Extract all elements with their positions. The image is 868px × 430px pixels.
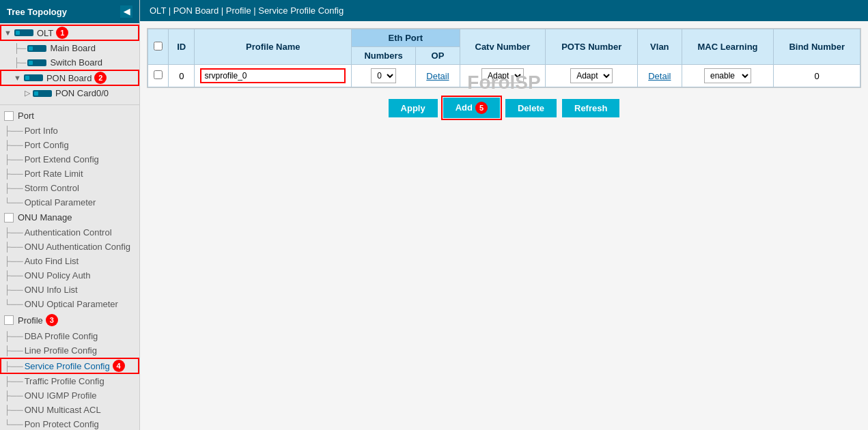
- connector-icon2: ├─: [14, 57, 26, 68]
- pots-number-select[interactable]: Adapt 0 1 2: [570, 68, 613, 83]
- onu-multicast-acl-item[interactable]: ├── ONU Multicast ACL: [0, 403, 139, 417]
- onu-policy-auth-item[interactable]: ├── ONU Policy Auth: [0, 268, 139, 283]
- eth-numbers-select[interactable]: 0 1 2 4: [371, 68, 396, 83]
- pon-card-label: PON Card0/0: [55, 88, 109, 98]
- mac-learning-header: MAC Learning: [682, 29, 774, 65]
- table-row: 0 0 1 2 4: [148, 65, 860, 87]
- profile-name-header: Profile Name: [195, 29, 352, 65]
- table-container: ID Profile Name Eth Port Catv Number POT…: [147, 28, 861, 88]
- row-vlan: Detail: [638, 65, 682, 87]
- bind-number-header: Bind Number: [774, 29, 860, 65]
- pon-board-label: PON Board: [46, 73, 92, 83]
- row-pots-number: Adapt 0 1 2: [546, 65, 638, 87]
- port-config-item[interactable]: ├── Port Config: [0, 138, 139, 152]
- main-content: OLT | PON Board | Profile | Service Prof…: [140, 0, 868, 430]
- service-profile-config-label: Service Profile Config: [25, 361, 110, 371]
- profile-name-input[interactable]: [200, 68, 346, 83]
- eth-op-detail-link[interactable]: Detail: [426, 71, 449, 81]
- badge-4: 4: [113, 360, 125, 372]
- olt-item[interactable]: ▼ OLT 1: [0, 25, 139, 41]
- olt-label: OLT: [37, 28, 53, 38]
- content-wrapper: ID Profile Name Eth Port Catv Number POT…: [147, 28, 861, 128]
- port-section[interactable]: Port: [0, 108, 139, 124]
- sidebar-header: Tree Topology ◀: [0, 0, 139, 23]
- row-mac-learning: enable disable: [682, 65, 774, 87]
- onu-info-list-item[interactable]: ├── ONU Info List: [0, 283, 139, 297]
- pon-board-item[interactable]: ▼ PON Board 2: [0, 70, 139, 86]
- breadcrumb: OLT | PON Board | Profile | Service Prof…: [150, 5, 344, 16]
- profile-section-label: Profile: [18, 315, 43, 326]
- dba-profile-config-item[interactable]: ├── DBA Profile Config: [0, 329, 139, 343]
- add-button[interactable]: Add5: [443, 98, 500, 118]
- traffic-profile-config-item[interactable]: ├── Traffic Profile Config: [0, 374, 139, 388]
- eth-numbers-header: Numbers: [352, 47, 416, 65]
- line-profile-config-item[interactable]: ├── Line Profile Config: [0, 343, 139, 358]
- sidebar-title: Tree Topology: [7, 7, 67, 17]
- select-all-header: [148, 29, 169, 65]
- connector-icon: ├─: [14, 43, 26, 53]
- content-area: ID Profile Name Eth Port Catv Number POT…: [140, 21, 868, 430]
- apply-button[interactable]: Apply: [389, 99, 438, 117]
- delete-button[interactable]: Delete: [505, 99, 557, 117]
- onu-manage-label: ONU Manage: [18, 212, 72, 223]
- mac-learning-select[interactable]: enable disable: [704, 68, 751, 83]
- row-eth-op: Detail: [416, 65, 460, 87]
- main-board-item[interactable]: ├─ Main Board: [0, 41, 139, 55]
- profile-table: ID Profile Name Eth Port Catv Number POT…: [148, 29, 860, 87]
- profile-checkbox[interactable]: [4, 315, 14, 325]
- switch-board-label: Switch Board: [50, 57, 102, 68]
- port-rate-limit-item[interactable]: ├── Port Rate Limit: [0, 167, 139, 181]
- onu-igmp-profile-item[interactable]: ├── ONU IGMP Profile: [0, 388, 139, 403]
- row-checkbox[interactable]: [154, 70, 163, 79]
- onu-manage-section[interactable]: ONU Manage: [0, 210, 139, 225]
- vlan-header: Vlan: [638, 29, 682, 65]
- olt-node: ▼ OLT 1 ├─ Main Board ├─ Switch Board ▼ …: [0, 23, 139, 102]
- catv-number-select[interactable]: Adapt 0 1: [481, 68, 524, 83]
- olt-device-icon: [14, 29, 33, 36]
- catv-number-header: Catv Number: [460, 29, 546, 65]
- pon-card-expand: ▷: [25, 89, 30, 98]
- main-board-label: Main Board: [50, 43, 95, 53]
- port-extend-config-item[interactable]: ├── Port Extend Config: [0, 152, 139, 167]
- pon-card-item[interactable]: ▷ PON Card0/0: [0, 86, 139, 100]
- badge-2: 2: [94, 72, 107, 84]
- select-all-checkbox[interactable]: [154, 42, 163, 51]
- row-bind-number: 0: [774, 65, 860, 87]
- pon-board-icon: [24, 74, 43, 81]
- action-bar: Apply Add5 Delete Refresh: [147, 88, 861, 128]
- badge-3: 3: [46, 314, 58, 326]
- onu-optical-param-item[interactable]: └── ONU Optical Parameter: [0, 297, 139, 311]
- port-checkbox[interactable]: [4, 111, 14, 121]
- port-section-label: Port: [18, 111, 34, 121]
- pots-number-header: POTS Number: [546, 29, 638, 65]
- expand-icon: ▼: [4, 29, 12, 37]
- auto-find-list-item[interactable]: ├── Auto Find List: [0, 254, 139, 268]
- row-checkbox-cell: [148, 65, 169, 87]
- sidebar: Tree Topology ◀ ▼ OLT 1 ├─ Main Board ├─…: [0, 0, 140, 430]
- optical-parameter-item[interactable]: └── Optical Parameter: [0, 195, 139, 210]
- switch-board-icon: [27, 59, 46, 66]
- id-header: ID: [169, 29, 195, 65]
- service-profile-config-item[interactable]: ├── Service Profile Config 4: [0, 358, 139, 374]
- pon-protect-config-item[interactable]: └── Pon Protect Config: [0, 417, 139, 430]
- switch-board-item[interactable]: ├─ Switch Board: [0, 55, 139, 70]
- refresh-button[interactable]: Refresh: [562, 99, 619, 117]
- row-eth-numbers: 0 1 2 4: [352, 65, 416, 87]
- eth-port-header: Eth Port: [352, 29, 460, 47]
- storm-control-item[interactable]: ├── Storm Control: [0, 181, 139, 195]
- sidebar-collapse-button[interactable]: ◀: [120, 5, 132, 18]
- eth-op-header: OP: [416, 47, 460, 65]
- profile-section[interactable]: Profile 3: [0, 311, 139, 329]
- onu-manage-checkbox[interactable]: [4, 213, 14, 223]
- vlan-detail-link[interactable]: Detail: [648, 71, 671, 81]
- pon-expand-icon: ▼: [14, 74, 21, 82]
- row-profile-name: [195, 65, 352, 87]
- main-board-icon: [27, 45, 46, 52]
- topbar: OLT | PON Board | Profile | Service Prof…: [140, 0, 868, 21]
- row-id: 0: [169, 65, 195, 87]
- row-catv-number: Adapt 0 1: [460, 65, 546, 87]
- pon-card-icon: [33, 90, 52, 97]
- port-info-item[interactable]: ├── Port Info: [0, 124, 139, 138]
- auth-control-item[interactable]: ├── Authentication Control: [0, 225, 139, 240]
- onu-auth-config-item[interactable]: ├── ONU Authentication Config: [0, 240, 139, 254]
